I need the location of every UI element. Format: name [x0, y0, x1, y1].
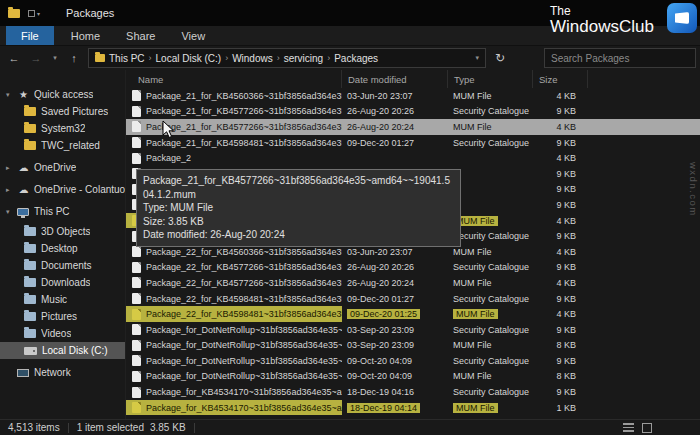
file-date: 09-Dec-20 01:27: [347, 138, 414, 148]
file-row[interactable]: Package_22_for_KB4577266~31bf3856ad364e3…: [126, 260, 700, 276]
back-icon[interactable]: ←: [6, 52, 22, 64]
file-icon: [132, 324, 141, 335]
address-dropdown-icon[interactable]: ▾: [475, 54, 479, 62]
column-header-type[interactable]: Type: [448, 70, 533, 88]
file-row-highlighted[interactable]: Package_for_KB4534170~31bf3856ad364e35~a…: [126, 400, 700, 416]
file-icon: [132, 402, 141, 413]
tab-view[interactable]: View: [168, 26, 218, 45]
column-header-date-modified[interactable]: Date modified: [342, 70, 448, 88]
file-size: 9 KB: [533, 200, 588, 210]
sidebar-item-quick-access[interactable]: ▾★Quick access: [0, 86, 125, 103]
file-date: 03-Jun-20 23:07: [347, 91, 413, 101]
toolbar-icon: [28, 10, 35, 17]
file-size: 4 KB: [533, 153, 588, 163]
onedrive-cloud-icon: ☁: [17, 185, 30, 195]
column-header-size[interactable]: Size: [533, 70, 588, 88]
sidebar-item-onedrive-account[interactable]: ▸☁OneDrive - Colantuoni: [0, 181, 125, 198]
chevron-right-icon[interactable]: ▸: [6, 186, 17, 194]
file-date: 09-Dec-20 01:27: [347, 294, 414, 304]
file-row[interactable]: Package_22_for_KB4598481~31bf3856ad364e3…: [126, 291, 700, 307]
file-date: 26-Aug-20 20:24: [347, 278, 414, 288]
tab-share[interactable]: Share: [113, 26, 168, 45]
folder-icon: [24, 124, 36, 133]
breadcrumb-local-disk-c[interactable]: Local Disk (C:): [156, 53, 222, 64]
file-type: Security Catalogue: [453, 294, 529, 304]
file-name: Package_2: [146, 153, 191, 163]
sidebar-item-local-disk-c[interactable]: Local Disk (C:): [0, 342, 125, 359]
items-count: 4,513 items: [8, 422, 60, 433]
chevron-down-icon[interactable]: ▾: [6, 91, 17, 99]
sidebar-item-saved-pictures[interactable]: Saved Pictures: [0, 103, 125, 120]
file-row-selected[interactable]: Package_21_for_KB4577266~31bf3856ad364e3…: [126, 119, 700, 135]
sidebar-item-pictures[interactable]: Pictures: [0, 308, 125, 325]
file-row[interactable]: Package_21_for_KB4577266~31bf3856ad364e3…: [126, 104, 700, 120]
file-type: Security Catalogue: [453, 387, 529, 397]
file-icon: [132, 106, 141, 117]
file-type: MUM File: [453, 309, 498, 319]
file-row[interactable]: Package_for_DotNetRollup~31bf3856ad364e3…: [126, 369, 700, 385]
sidebar-item-3d-objects[interactable]: 3D Objects: [0, 223, 125, 240]
tab-home[interactable]: Home: [58, 26, 113, 45]
sidebar-item-downloads[interactable]: Downloads: [0, 274, 125, 291]
chevron-right-icon: ›: [277, 53, 280, 63]
refresh-icon[interactable]: ↻: [492, 51, 508, 65]
file-size: 9 KB: [533, 262, 588, 272]
chevron-down-icon[interactable]: ▾: [6, 208, 17, 216]
main-area: ▾★Quick access Saved Pictures System32 T…: [0, 70, 700, 419]
sidebar-item-twc-related[interactable]: TWC_related: [0, 137, 125, 154]
up-icon[interactable]: ↑: [66, 52, 82, 64]
breadcrumb-servicing[interactable]: servicing: [284, 53, 323, 64]
file-row[interactable]: Package_24 KB: [126, 150, 700, 166]
navigation-pane: ▾★Quick access Saved Pictures System32 T…: [0, 70, 126, 419]
file-size: 8 KB: [533, 340, 588, 350]
sidebar-item-videos[interactable]: Videos: [0, 325, 125, 342]
quick-access-toolbar-button[interactable]: ▾: [28, 10, 40, 17]
file-name: Package_21_for_KB4598481~31bf3856ad364e3…: [146, 138, 342, 148]
recent-locations-icon[interactable]: ▾: [50, 54, 60, 62]
breadcrumb-this-pc[interactable]: This PC: [109, 53, 145, 64]
thumbnails-view-icon[interactable]: [642, 423, 652, 433]
tab-file[interactable]: File: [6, 26, 54, 45]
file-type: Security Catalogue: [453, 106, 529, 116]
file-icon: [132, 246, 141, 257]
sidebar-item-desktop[interactable]: Desktop: [0, 240, 125, 257]
folder-icon: [24, 278, 36, 287]
file-row[interactable]: Package_21_for_KB4560366~31bf3856ad364e3…: [126, 88, 700, 104]
forward-icon[interactable]: →: [28, 52, 44, 64]
search-box[interactable]: [544, 48, 696, 68]
file-row[interactable]: Package_for_DotNetRollup~31bf3856ad364e3…: [126, 353, 700, 369]
file-row-highlighted[interactable]: Package_22_for_KB4598481~31bf3856ad364e3…: [126, 306, 700, 322]
search-input[interactable]: [551, 53, 689, 64]
breadcrumb-packages[interactable]: Packages: [334, 53, 378, 64]
sidebar-item-documents[interactable]: Documents: [0, 257, 125, 274]
file-icon: [132, 293, 141, 304]
file-row[interactable]: Package_22_for_KB4577266~31bf3856ad364e3…: [126, 275, 700, 291]
file-icon: [132, 277, 141, 288]
chevron-right-icon: ›: [225, 53, 228, 63]
file-row[interactable]: Package_21_for_KB4598481~31bf3856ad364e3…: [126, 135, 700, 151]
file-icon: [132, 137, 141, 148]
sidebar-item-onedrive[interactable]: ▸☁OneDrive: [0, 159, 125, 176]
sidebar-item-system32[interactable]: System32: [0, 120, 125, 137]
file-type: Security Catalogue: [453, 262, 529, 272]
sidebar-item-music[interactable]: Music: [0, 291, 125, 308]
file-row[interactable]: Package_for_DotNetRollup~31bf3856ad364e3…: [126, 322, 700, 338]
sidebar-item-network[interactable]: Network: [0, 364, 125, 381]
address-bar[interactable]: This PC › Local Disk (C:) › Windows › se…: [88, 48, 486, 68]
file-name: Package_21_for_KB4560366~31bf3856ad364e3…: [146, 91, 342, 101]
breadcrumb-windows[interactable]: Windows: [232, 53, 273, 64]
file-type: Security Catalogue: [453, 356, 529, 366]
sidebar-item-label: OneDrive: [34, 162, 76, 173]
sidebar-item-label: Pictures: [41, 311, 77, 322]
file-row[interactable]: Package_for_KB4534170~31bf3856ad364e35~a…: [126, 384, 700, 400]
file-size: 4 KB: [533, 122, 588, 132]
tooltip-type: Type: MUM File: [143, 201, 454, 215]
sidebar-item-this-pc[interactable]: ▾This PC: [0, 203, 125, 220]
file-row[interactable]: Package_for_DotNetRollup~31bf3856ad364e3…: [126, 338, 700, 354]
sidebar-item-label: Network: [34, 367, 71, 378]
column-header-name[interactable]: Name: [126, 70, 342, 88]
file-name: Package_22_for_KB4560366~31bf3856ad364e3…: [146, 247, 342, 257]
chevron-right-icon[interactable]: ▸: [6, 164, 17, 172]
details-view-icon[interactable]: [623, 423, 634, 433]
file-name: Package_22_for_KB4577266~31bf3856ad364e3…: [146, 278, 342, 288]
